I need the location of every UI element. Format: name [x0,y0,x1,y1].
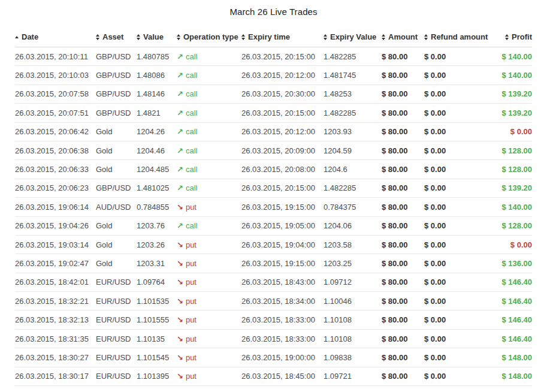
cell-amount: $ 80.00 [382,85,424,103]
cell-refund-amount: $ 0.00 [424,66,484,85]
cell-operation-type: ↗call [177,122,241,141]
cell-value: 1204.485 [137,160,177,179]
cell-asset: EUR/USD [96,310,137,329]
cell-amount: $ 80.00 [382,216,424,235]
call-up-arrow-icon: ↗ [177,108,183,117]
cell-expiry-value: 1.10108 [324,310,382,329]
live-trades-page: March 26 Live Trades DateAssetValueOpera… [0,0,547,392]
cell-profit: $ 148.00 [484,348,532,367]
cell-amount: $ 80.00 [382,122,424,141]
column-header-label: Date [22,32,38,41]
put-down-arrow-icon: ↘ [177,353,183,362]
column-header-expiry_value[interactable]: Expiry Value [324,28,382,47]
column-header-label: Expiry Value [330,32,376,41]
cell-date: 26.03.2015, 20:06:38 [15,141,96,159]
table-row: 26.03.2015, 18:32:13 EUR/USD 1.101555 ↘p… [15,310,532,329]
put-down-arrow-icon: ↘ [177,315,183,324]
table-row: 26.03.2015, 20:10:11 GBP/USD 1.480785 ↗c… [15,47,532,66]
cell-asset: EUR/USD [96,292,137,310]
column-header-date[interactable]: Date [15,28,96,47]
cell-value: 1204.26 [137,122,177,141]
cell-profit: $ 139.20 [484,179,532,197]
table-row: 26.03.2015, 20:10:03 GBP/USD 1.48086 ↗ca… [15,66,532,85]
table-header-row: DateAssetValueOperation typeExpiry timeE… [15,28,532,47]
cell-date: 26.03.2015, 19:04:26 [15,216,96,235]
cell-amount: $ 80.00 [382,273,424,291]
cell-expiry-time: 26.03.2015, 19:15:00 [241,198,324,216]
cell-date: 26.03.2015, 18:31:35 [15,329,96,348]
cell-asset: GBP/USD [96,66,137,85]
cell-profit: $ 0.00 [484,235,532,254]
cell-expiry-time: 26.03.2015, 18:34:00 [241,292,324,310]
sort-both-icon [505,34,509,40]
cell-profit: $ 128.00 [484,160,532,179]
table-row: 26.03.2015, 20:06:23 GBP/USD 1.481025 ↗c… [15,179,532,197]
cell-amount: $ 80.00 [382,310,424,329]
cell-expiry-value: 0.784375 [324,198,382,216]
cell-value: 1203.26 [137,235,177,254]
cell-expiry-time: 26.03.2015, 19:15:00 [241,254,324,273]
cell-expiry-time: 26.03.2015, 18:43:00 [241,273,324,291]
cell-amount: $ 80.00 [382,179,424,197]
call-up-arrow-icon: ↗ [177,127,183,136]
call-up-arrow-icon: ↗ [177,146,183,155]
cell-amount: $ 80.00 [382,198,424,216]
table-row: 26.03.2015, 20:07:51 GBP/USD 1.4821 ↗cal… [15,104,532,122]
cell-date: 26.03.2015, 20:06:23 [15,179,96,197]
cell-asset: Gold [96,216,137,235]
cell-profit: $ 146.40 [484,292,532,310]
sort-both-icon [424,34,428,40]
cell-date: 26.03.2015, 19:06:14 [15,198,96,216]
cell-operation-type: ↘put [177,235,241,254]
cell-date: 26.03.2015, 18:30:27 [15,348,96,367]
table-row: 26.03.2015, 18:42:01 EUR/USD 1.09764 ↘pu… [15,273,532,291]
cell-expiry-value: 1.10046 [324,292,382,310]
column-header-asset[interactable]: Asset [96,28,137,47]
cell-asset: Gold [96,122,137,141]
cell-profit: $ 136.00 [484,254,532,273]
put-down-arrow-icon: ↘ [177,259,183,268]
cell-expiry-value: 1204.6 [324,160,382,179]
table-header: DateAssetValueOperation typeExpiry timeE… [15,28,532,47]
cell-expiry-time: 26.03.2015, 20:15:00 [241,179,324,197]
cell-asset: Gold [96,141,137,159]
cell-expiry-time: 26.03.2015, 20:15:00 [241,104,324,122]
cell-asset: GBP/USD [96,47,137,66]
cell-profit: $ 140.00 [484,47,532,66]
cell-value: 1.10135 [137,329,177,348]
cell-asset: EUR/USD [96,273,137,291]
cell-expiry-value: 1.09721 [324,367,382,385]
cell-value: 1.48086 [137,66,177,85]
cell-expiry-value: 1.09838 [324,348,382,367]
cell-amount: $ 80.00 [382,367,424,385]
column-header-value[interactable]: Value [137,28,177,47]
cell-refund-amount: $ 0.00 [424,179,484,197]
column-header-profit[interactable]: Profit [484,28,532,47]
put-down-arrow-icon: ↘ [177,334,183,343]
table-row: 26.03.2015, 18:31:35 EUR/USD 1.10135 ↘pu… [15,329,532,348]
call-up-arrow-icon: ↗ [177,183,183,192]
cell-operation-type: ↗call [177,66,241,85]
cell-operation-type: ↘put [177,254,241,273]
column-header-label: Operation type [183,32,238,41]
cell-date: 26.03.2015, 20:07:51 [15,104,96,122]
call-up-arrow-icon: ↗ [177,71,183,80]
cell-value: 1.48146 [137,85,177,103]
column-header-expiry_time[interactable]: Expiry time [241,28,324,47]
cell-amount: $ 80.00 [382,47,424,66]
cell-expiry-time: 26.03.2015, 20:09:00 [241,141,324,159]
sort-both-icon [382,34,385,40]
cell-expiry-value: 1.48253 [324,85,382,103]
column-header-amount[interactable]: Amount [382,28,424,47]
column-header-refund[interactable]: Refund amount [424,28,484,47]
cell-asset: EUR/USD [96,329,137,348]
column-header-operation[interactable]: Operation type [177,28,241,47]
cell-asset: AUD/USD [96,198,137,216]
column-header-label: Expiry time [248,32,290,41]
cell-refund-amount: $ 0.00 [424,292,484,310]
cell-expiry-time: 26.03.2015, 18:45:00 [241,367,324,385]
cell-operation-type: ↗call [177,47,241,66]
column-header-label: Value [143,32,164,41]
cell-date: 26.03.2015, 18:42:01 [15,273,96,291]
cell-expiry-value: 1204.59 [324,141,382,159]
